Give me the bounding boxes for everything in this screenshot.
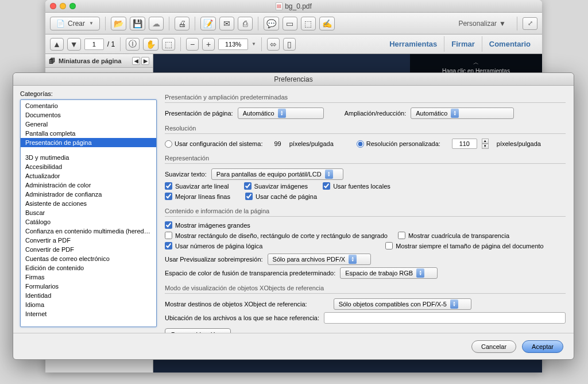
cloud-button[interactable]: ☁ bbox=[149, 17, 164, 30]
up-arrow-icon: ▲ bbox=[53, 40, 61, 49]
category-item[interactable]: Administrador de confianza bbox=[21, 190, 156, 199]
marquee-icon: ⬚ bbox=[165, 40, 172, 49]
marquee-tool-button[interactable]: ⬚ bbox=[162, 38, 175, 51]
hand-icon: ✋ bbox=[146, 40, 156, 49]
category-item[interactable]: Edición de contenido bbox=[21, 263, 156, 272]
smooth-line-art-checkbox[interactable]: Suavizar arte lineal bbox=[165, 182, 229, 190]
category-item[interactable]: Presentación de página bbox=[21, 138, 156, 147]
category-item[interactable]: Administración de color bbox=[21, 181, 156, 190]
use-local-fonts-checkbox[interactable]: Usar fuentes locales bbox=[323, 182, 390, 190]
scan-button[interactable]: ⎙ bbox=[238, 17, 253, 30]
category-item[interactable]: Asistente de acciones bbox=[21, 199, 156, 208]
overprint-preview-select[interactable]: Sólo para archivos PDF/X ▲▼ bbox=[268, 254, 371, 265]
category-item[interactable]: Identidad bbox=[21, 291, 156, 300]
category-item[interactable]: 3D y mutimedia bbox=[21, 153, 156, 162]
fullscreen-button[interactable]: ⤢ bbox=[523, 17, 537, 30]
referenced-files-location-input[interactable] bbox=[324, 312, 566, 324]
fullscreen-icon: ⤢ bbox=[528, 20, 533, 27]
dialog-title: Preferencias bbox=[13, 73, 574, 86]
smooth-text-label: Suavizar texto: bbox=[165, 171, 207, 178]
use-logical-page-numbers-checkbox[interactable]: Usar números de página lógica bbox=[165, 242, 262, 249]
browse-location-button[interactable]: Buscar ubicación... bbox=[165, 328, 231, 333]
category-item[interactable]: Actualizador bbox=[21, 171, 156, 181]
category-item[interactable]: Catálogo bbox=[21, 217, 156, 226]
category-item[interactable]: Convertir a PDF bbox=[21, 236, 156, 245]
enhance-thin-lines-checkbox[interactable]: Mejorar líneas finas bbox=[165, 193, 230, 200]
save-button[interactable]: 💾 bbox=[130, 17, 145, 30]
use-system-resolution-radio[interactable]: Usar configuración del sistema: bbox=[165, 140, 262, 148]
custom-ppi-input[interactable] bbox=[452, 139, 477, 149]
hand-tool-button[interactable]: ✋ bbox=[143, 38, 158, 51]
comment-bubble-button[interactable]: 💬 bbox=[264, 17, 279, 30]
blend-color-space-label: Espacio de color de fusión de transparen… bbox=[165, 270, 335, 277]
crear-button[interactable]: 📄 Crear ▼ bbox=[50, 17, 100, 30]
tab-firmar[interactable]: Firmar bbox=[444, 36, 482, 52]
next-page-button[interactable]: ▼ bbox=[67, 38, 81, 51]
category-item[interactable]: Convertir de PDF bbox=[21, 245, 156, 254]
edit-button[interactable]: 📝 bbox=[200, 17, 216, 30]
smooth-text-value: Para pantallas de equipo portátil/LCD bbox=[216, 171, 322, 178]
xobject-targets-select[interactable]: Sólo objetos compatibles con PDF/X-5 ▲▼ bbox=[334, 298, 471, 310]
cancel-button[interactable]: Cancelar bbox=[471, 340, 516, 353]
category-item[interactable]: Buscar bbox=[21, 208, 156, 217]
tab-comentario[interactable]: Comentario bbox=[482, 36, 537, 52]
custom-resolution-radio[interactable]: Resolución personalizada: bbox=[357, 140, 440, 148]
zoom-select[interactable]: Automático ▲▼ bbox=[411, 107, 514, 119]
highlight-button[interactable]: ▭ bbox=[283, 17, 297, 30]
category-item[interactable]: General bbox=[21, 120, 156, 129]
open-folder-icon: 📂 bbox=[114, 19, 123, 28]
ok-button[interactable]: Aceptar bbox=[522, 340, 563, 353]
category-item[interactable]: Internet bbox=[21, 309, 156, 318]
tab-herramientas[interactable]: Herramientas bbox=[382, 36, 444, 52]
section-title-xobjects: Modo de visualización de objetos XObject… bbox=[165, 285, 566, 291]
smooth-images-checkbox[interactable]: Suavizar imágenes bbox=[244, 182, 308, 190]
thumb-next-button[interactable]: ▶ bbox=[141, 57, 149, 65]
select-arrows-icon: ▲▼ bbox=[349, 255, 357, 264]
category-item[interactable]: Documentos bbox=[21, 110, 156, 120]
category-item[interactable]: Pantalla completa bbox=[21, 129, 156, 138]
thumb-prev-button[interactable]: ◀ bbox=[132, 57, 140, 65]
ppi-stepper[interactable]: ▲▼ bbox=[482, 139, 489, 149]
select-tool-button[interactable]: Ⓘ bbox=[126, 38, 140, 51]
smooth-text-select[interactable]: Para pantallas de equipo portátil/LCD ▲▼ bbox=[211, 168, 343, 180]
category-item[interactable]: Confianza en contenido multimedia (hered… bbox=[21, 226, 156, 236]
thumbnails-title: Miniaturas de página bbox=[59, 57, 121, 64]
overprint-preview-value: Sólo para archivos PDF/X bbox=[273, 256, 346, 263]
always-show-page-size-checkbox[interactable]: Mostrar siempre el tamaño de página del … bbox=[385, 242, 543, 249]
category-item[interactable]: Comentario bbox=[21, 101, 156, 110]
dropdown-caret-icon[interactable]: ▼ bbox=[252, 41, 256, 47]
sign-button[interactable]: ✍ bbox=[319, 17, 335, 30]
toolbar-separator bbox=[180, 37, 181, 51]
stamp-icon: ⬚ bbox=[304, 19, 312, 28]
category-item[interactable]: Accesibilidad bbox=[21, 162, 156, 171]
open-file-button[interactable]: 📂 bbox=[111, 17, 126, 30]
show-transparency-grid-checkbox[interactable]: Mostrar cuadrícula de transparencia bbox=[398, 232, 509, 239]
section-title-presentation: Presentación y ampliación predeterminada… bbox=[165, 94, 566, 101]
show-large-images-checkbox[interactable]: Mostrar imágenes grandes bbox=[165, 221, 250, 229]
categories-list[interactable]: ComentarioDocumentosGeneralPantalla comp… bbox=[20, 99, 157, 327]
category-item[interactable]: Idioma bbox=[21, 300, 156, 309]
plus-icon: + bbox=[206, 40, 211, 49]
print-button[interactable]: 🖨 bbox=[175, 17, 189, 30]
zoom-input[interactable] bbox=[218, 39, 248, 50]
fit-page-button[interactable]: ▯ bbox=[283, 38, 296, 51]
page-layout-select[interactable]: Automático ▲▼ bbox=[238, 107, 324, 119]
blend-color-space-select[interactable]: Espacio de trabajo RGB ▲▼ bbox=[340, 267, 438, 279]
category-item[interactable]: Firmas bbox=[21, 272, 156, 282]
show-boxes-checkbox[interactable]: Mostrar rectángulo de diseño, rectángulo… bbox=[165, 232, 388, 239]
page-number-input[interactable] bbox=[84, 39, 104, 50]
categories-panel: Categorías: ComentarioDocumentosGeneralP… bbox=[13, 86, 163, 333]
custom-res-label: Resolución personalizada: bbox=[366, 140, 440, 147]
zoom-in-button[interactable]: + bbox=[202, 38, 215, 51]
category-item[interactable]: Cuentas de correo electrónico bbox=[21, 254, 156, 263]
stamp-button[interactable]: ⬚ bbox=[301, 17, 316, 30]
zoom-out-button[interactable]: − bbox=[186, 38, 199, 51]
use-page-cache-checkbox[interactable]: Usar caché de página bbox=[245, 193, 317, 200]
email-button[interactable]: ✉ bbox=[219, 17, 234, 30]
page-layout-value: Automático bbox=[243, 110, 274, 117]
fit-width-button[interactable]: ⬄ bbox=[267, 38, 280, 51]
category-item[interactable]: Formularios bbox=[21, 282, 156, 291]
prev-page-button[interactable]: ▲ bbox=[50, 38, 64, 51]
down-arrow-icon: ▼ bbox=[70, 40, 78, 49]
personalizar-button[interactable]: Personalizar ▼ bbox=[452, 20, 512, 28]
